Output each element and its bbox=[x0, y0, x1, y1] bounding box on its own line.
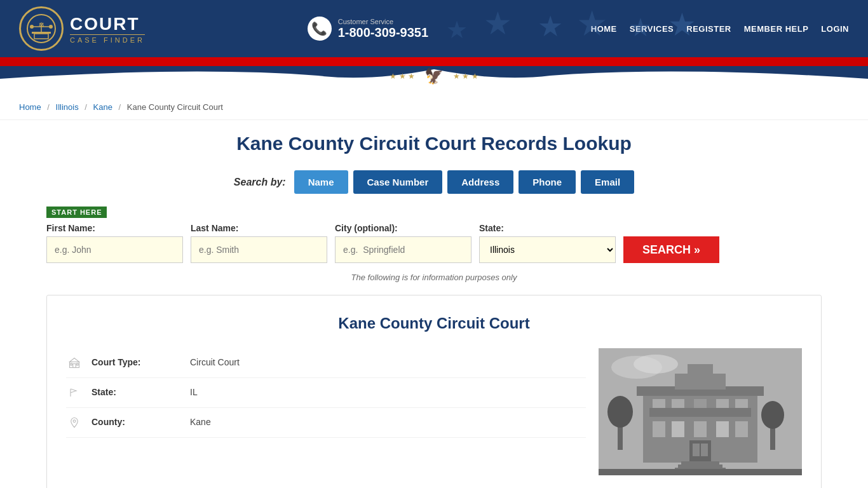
search-tabs: Search by: Name Case Number Address Phon… bbox=[46, 170, 822, 194]
state-flag-icon bbox=[66, 387, 82, 398]
map-icon bbox=[66, 417, 82, 428]
svg-rect-10 bbox=[71, 363, 72, 365]
court-type-row: Court Type: Circuit Court bbox=[66, 348, 586, 378]
svg-point-20 bbox=[761, 401, 784, 429]
eagle-emblem: ★ ★ ★ 🦅 ★ ★ ★ bbox=[390, 67, 478, 85]
search-form-area: START HERE First Name: Last Name: City (… bbox=[46, 207, 822, 263]
customer-service-area: 📞 Customer Service 1-800-309-9351 bbox=[308, 17, 428, 41]
city-label: City (optional): bbox=[335, 223, 471, 233]
breadcrumb: Home / Illinois / Kane / Kane County Cir… bbox=[0, 95, 868, 120]
nav-member-help[interactable]: MEMBER HELP bbox=[744, 24, 809, 34]
phone-icon: 📞 bbox=[308, 17, 332, 41]
svg-point-16 bbox=[634, 355, 678, 374]
start-here-badge: START HERE bbox=[46, 207, 107, 218]
search-button[interactable]: SEARCH » bbox=[623, 236, 719, 263]
svg-point-18 bbox=[607, 396, 633, 428]
state-group: State: AlabamaAlaskaArizonaArkansasCalif… bbox=[479, 223, 616, 263]
state-label: State: bbox=[92, 387, 180, 397]
county-row: County: Kane bbox=[66, 408, 586, 438]
info-note: The following is for information purpose… bbox=[46, 273, 822, 282]
last-name-group: Last Name: bbox=[191, 223, 327, 263]
svg-rect-11 bbox=[76, 363, 78, 365]
court-type-value: Circuit Court bbox=[190, 357, 240, 367]
logo-icon: ⚖ bbox=[19, 6, 64, 51]
state-select[interactable]: AlabamaAlaskaArizonaArkansasCaliforniaCo… bbox=[479, 236, 616, 263]
state-row: State: IL bbox=[66, 378, 586, 408]
svg-point-6 bbox=[30, 25, 34, 29]
court-building-image bbox=[599, 348, 802, 475]
svg-rect-8 bbox=[69, 362, 79, 368]
tab-phone[interactable]: Phone bbox=[519, 170, 576, 194]
svg-point-13 bbox=[73, 420, 76, 423]
logo-text: COURT CASE FINDER bbox=[70, 14, 145, 44]
svg-rect-23 bbox=[675, 374, 726, 390]
nav-home[interactable]: HOME bbox=[591, 24, 617, 34]
svg-rect-24 bbox=[688, 364, 713, 376]
svg-rect-9 bbox=[72, 364, 76, 368]
city-group: City (optional): bbox=[335, 223, 471, 263]
breadcrumb-home[interactable]: Home bbox=[19, 102, 41, 112]
court-details-area: Court Type: Circuit Court State: IL bbox=[66, 348, 802, 475]
city-input[interactable] bbox=[335, 236, 471, 263]
tab-name[interactable]: Name bbox=[294, 170, 348, 194]
last-name-label: Last Name: bbox=[191, 223, 327, 233]
tab-email[interactable]: Email bbox=[581, 170, 634, 194]
main-content: Kane County Circuit Court Records Lookup… bbox=[27, 120, 841, 488]
last-name-input[interactable] bbox=[191, 236, 327, 263]
svg-rect-41 bbox=[599, 469, 802, 475]
wave-banner: ★ ★ ★ 🦅 ★ ★ ★ bbox=[0, 66, 868, 95]
first-name-group: First Name: bbox=[46, 223, 183, 263]
county-value: Kane bbox=[190, 417, 211, 427]
logo-area: ⚖ COURT CASE FINDER bbox=[19, 6, 145, 51]
site-header: ★ ★ ★ ★ ★ ★ ⚖ COURT CASE FINDER 📞 bbox=[0, 0, 868, 57]
svg-rect-34 bbox=[735, 421, 748, 437]
svg-point-7 bbox=[49, 25, 53, 29]
search-form-row: First Name: Last Name: City (optional): … bbox=[46, 223, 822, 263]
first-name-label: First Name: bbox=[46, 223, 183, 233]
nav-register[interactable]: REGISTER bbox=[686, 24, 731, 34]
svg-rect-36 bbox=[693, 444, 700, 456]
page-title: Kane County Circuit Court Records Lookup bbox=[46, 133, 822, 154]
nav-services[interactable]: SERVICES bbox=[630, 24, 674, 34]
svg-rect-37 bbox=[701, 444, 708, 456]
state-value: IL bbox=[190, 387, 198, 397]
search-by-label: Search by: bbox=[234, 177, 286, 188]
breadcrumb-county[interactable]: Kane bbox=[93, 102, 112, 112]
nav-login[interactable]: LOGIN bbox=[821, 24, 849, 34]
main-nav: HOME SERVICES REGISTER MEMBER HELP LOGIN bbox=[591, 24, 849, 34]
red-bar bbox=[0, 57, 868, 66]
building-icon bbox=[66, 357, 82, 369]
cs-info: Customer Service 1-800-309-9351 bbox=[338, 18, 428, 40]
svg-rect-38 bbox=[681, 461, 719, 464]
svg-rect-31 bbox=[672, 421, 684, 437]
svg-rect-3 bbox=[34, 34, 48, 39]
court-details-table: Court Type: Circuit Court State: IL bbox=[66, 348, 586, 475]
county-label: County: bbox=[92, 417, 180, 427]
svg-rect-39 bbox=[678, 464, 722, 468]
tab-case-number[interactable]: Case Number bbox=[353, 170, 443, 194]
court-card-title: Kane County Circuit Court bbox=[66, 315, 802, 332]
breadcrumb-current: Kane County Circuit Court bbox=[127, 102, 223, 112]
svg-rect-30 bbox=[653, 421, 665, 437]
tab-address[interactable]: Address bbox=[447, 170, 513, 194]
court-type-label: Court Type: bbox=[92, 357, 180, 367]
svg-rect-32 bbox=[694, 421, 707, 437]
state-label: State: bbox=[479, 223, 616, 233]
svg-rect-33 bbox=[716, 421, 729, 437]
svg-rect-42 bbox=[649, 408, 751, 417]
first-name-input[interactable] bbox=[46, 236, 183, 263]
breadcrumb-state[interactable]: Illinois bbox=[56, 102, 79, 112]
court-info-card: Kane County Circuit Court Court Type: bbox=[46, 295, 822, 488]
